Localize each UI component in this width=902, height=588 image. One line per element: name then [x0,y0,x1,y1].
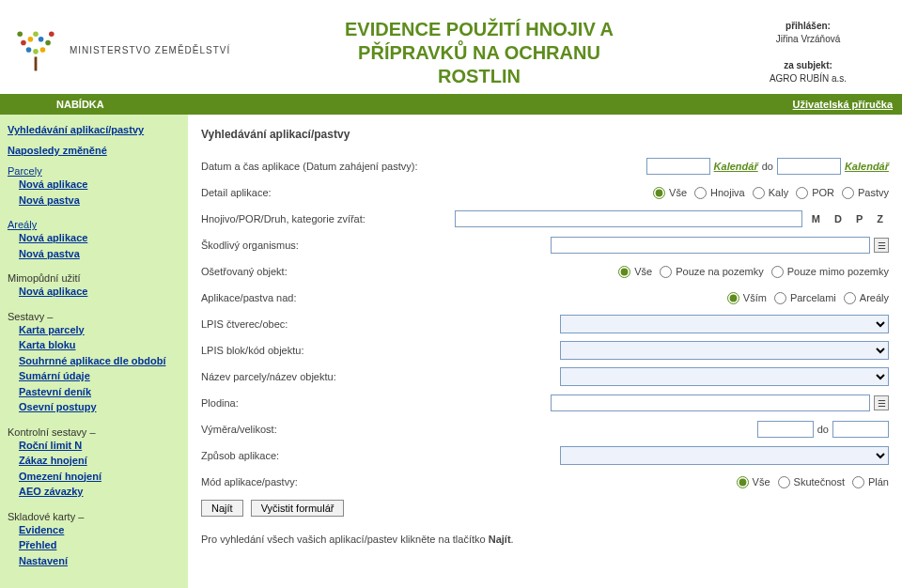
label-zpusob: Způsob aplikace: [201,450,436,461]
sidebar-mimopudni-head: Mimopůdní užití [8,272,180,284]
sidebar-kontrolni-item[interactable]: AEO závazky [19,484,180,500]
sidebar-sklad-head: Skladové karty – [8,511,180,522]
date-to-label: do [762,161,773,172]
sidebar-sestavy-item[interactable]: Sumární údaje [19,368,180,384]
detail-radio-por[interactable] [796,187,808,199]
sidebar-mimopudni-nova-aplikace[interactable]: Nová aplikace [19,284,180,300]
detail-radio-kaly[interactable] [753,187,765,199]
calendar-to-link[interactable]: Kalendář [845,161,889,172]
sidebar-kontrolni-head: Kontrolní sestavy – [8,426,180,438]
sidebar-recent[interactable]: Naposledy změněné [8,145,180,156]
vymera-do-label: do [817,424,829,435]
mod-radio-skutecnost[interactable] [778,476,790,488]
login-user: Jiřina Vrzáňová [776,34,841,44]
date-from-input[interactable] [646,158,710,175]
svg-point-5 [45,40,51,46]
sidebar-arealy-head[interactable]: Areály [8,219,180,230]
vymera-from-input[interactable] [757,421,814,438]
nad-radio-vsim[interactable] [727,292,739,304]
app-title: EVIDENCE POUŽITÍ HNOJIV A PŘÍPRAVKŮ NA O… [235,12,723,88]
sidebar-sestavy-head: Sestavy – [8,311,180,322]
login-info: přihlášen: Jiřina Vrzáňová za subjekt: A… [723,14,893,85]
user-guide-link[interactable]: Uživatelská příručka [793,99,902,110]
menu-label: NABÍDKA [0,99,104,110]
login-label: přihlášen: [785,21,831,31]
nad-radio-arealy[interactable] [844,292,856,304]
zpusob-select[interactable] [560,446,889,465]
hint-text: Pro vyhledání všech vašich aplikací/past… [201,534,889,545]
sidebar-sklad-item[interactable]: Nastavení [19,553,180,569]
sidebar-parcely-nova-pastva[interactable]: Nová pastva [19,193,180,209]
lpis-blok-select[interactable] [560,341,889,360]
sidebar-search-apps[interactable]: Vyhledávání aplikací/pastvy [8,124,180,135]
sidebar-sklad-item[interactable]: Přehled [19,537,180,553]
plodina-picker-icon[interactable]: ☰ [874,395,889,410]
svg-point-10 [49,31,54,37]
plodina-input[interactable] [551,395,870,411]
label-osetrovany: Ošetřovaný objekt: [201,266,436,277]
svg-point-8 [33,31,39,37]
sidebar-sestavy-item[interactable]: Karta bloku [19,337,180,353]
nazev-select[interactable] [560,367,889,386]
label-mod: Mód aplikace/pastvy: [201,476,436,487]
title-line-1: EVIDENCE POUŽITÍ HNOJIV A [235,18,723,41]
label-lpis-blok: LPIS blok/kód objektu: [201,345,436,356]
mod-radio-vse[interactable] [737,476,749,488]
label-lpis-ctverec: LPIS čtverec/obec: [201,318,436,330]
sidebar-sestavy-item[interactable]: Karta parcely [19,322,180,338]
svg-point-2 [26,47,32,53]
sidebar-arealy-nova-aplikace[interactable]: Nová aplikace [19,230,180,246]
page-title: Vyhledávání aplikací/pastvy [201,128,889,141]
sidebar-kontrolni-item[interactable]: Zákaz hnojení [19,453,180,469]
oset-radio-vse[interactable] [618,266,630,278]
sidebar: Vyhledávání aplikací/pastvy Naposledy zm… [0,115,188,588]
lpis-ctverec-select[interactable] [560,315,889,333]
oset-radio-pozemky[interactable] [660,266,672,278]
mdpz-filter[interactable]: M D P Z [806,213,889,224]
nad-radio-group: Vším Parcelami Areály [727,292,889,304]
sidebar-sklad-item[interactable]: Evidence [19,522,180,538]
label-nazev: Název parcely/název objektu: [201,371,436,382]
label-aplikace-nad: Aplikace/pastva nad: [201,292,436,303]
content: Vyhledávání aplikací/pastvy Datum a čas … [188,115,902,588]
header: MINISTERSTVO ZEMĚDĚLSTVÍ EVIDENCE POUŽIT… [0,0,902,94]
sidebar-sestavy-item[interactable]: Souhrnné aplikace dle období [19,353,180,369]
clear-button[interactable]: Vyčistit formulář [251,500,345,517]
sidebar-sestavy-item[interactable]: Pastevní deník [19,384,180,400]
vymera-to-input[interactable] [832,421,889,438]
oset-radio-mimo[interactable] [771,266,784,278]
svg-point-1 [33,49,39,54]
ministry-label: MINISTERSTVO ZEMĚDĚLSTVÍ [70,45,230,55]
svg-point-6 [28,37,34,42]
skodlivy-input[interactable] [551,237,870,254]
date-to-input[interactable] [777,158,841,175]
detail-radio-vse[interactable] [653,187,665,199]
sidebar-sestavy-item[interactable]: Osevní postupy [19,399,180,415]
sidebar-arealy-nova-pastva[interactable]: Nová pastva [19,246,180,262]
sidebar-kontrolni-item[interactable]: Omezení hnojení [19,469,180,485]
mod-radio-plan[interactable] [852,476,864,488]
svg-rect-0 [35,56,38,70]
svg-point-7 [39,37,44,42]
label-skodlivy: Škodlivý organismus: [201,240,436,251]
label-detail: Detail aplikace: [201,187,436,198]
svg-point-3 [40,47,46,53]
subject-label: za subjekt: [784,60,832,70]
sidebar-parcely-head[interactable]: Parcely [8,165,180,177]
sidebar-parcely-nova-aplikace[interactable]: Nová aplikace [19,177,180,193]
find-button[interactable]: Najít [201,500,243,517]
nad-radio-parcelami[interactable] [774,292,786,304]
svg-point-9 [17,31,23,37]
svg-point-4 [21,40,26,46]
label-vymera: Výměra/velikost: [201,424,436,435]
calendar-from-link[interactable]: Kalendář [714,161,758,172]
label-hnojivo: Hnojivo/POR/Druh, kategorie zvířat: [201,213,436,224]
sidebar-kontrolni-item[interactable]: Roční limit N [19,438,180,454]
label-datum: Datum a čas aplikace (Datum zahájení pas… [201,161,436,172]
detail-radio-hnojiva[interactable] [694,187,707,199]
ministry-logo-icon [9,23,62,76]
skodlivy-picker-icon[interactable]: ☰ [874,238,889,253]
detail-radio-pastvy[interactable] [842,187,854,199]
hnojivo-input[interactable] [455,210,802,227]
title-line-3: ROSTLIN [235,65,723,88]
